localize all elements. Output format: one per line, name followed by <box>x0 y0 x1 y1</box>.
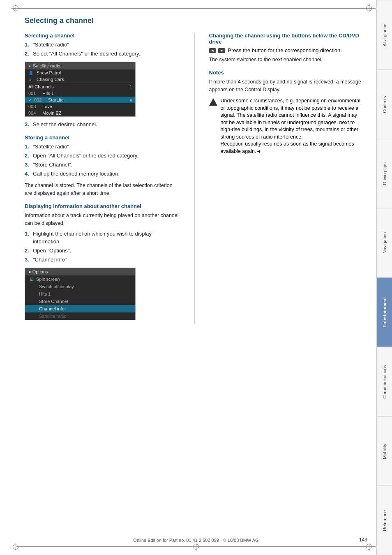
sidebar-tab-reference[interactable]: Reference <box>377 486 392 555</box>
starlite-indicator: ■ <box>129 98 132 102</box>
storing-step-3-text: "Store Channel". <box>33 161 72 169</box>
storing-section: Storing a channel 1. "Satellite radio" 2… <box>25 134 180 197</box>
note-icon: ♫ <box>28 77 34 82</box>
displaying-title: Displaying information about another cha… <box>25 203 180 209</box>
hits1-label: Hits 1 <box>39 291 51 296</box>
store-channel-label: Store Channel <box>39 299 68 304</box>
selecting-section: Selecting a channel 1. "Satellite radio"… <box>25 32 180 129</box>
step-1-num: 1. <box>25 41 30 49</box>
screen1-all-channels: All Channels 1 <box>25 83 135 90</box>
split-screen-label: Split screen <box>36 277 60 282</box>
displaying-steps: 1. Highlight the channel on which you wi… <box>25 230 180 264</box>
sidebar: At a glance Controls Driving tips Naviga… <box>376 0 392 555</box>
footer: Online Edition for Part no. 01 41 2 602 … <box>0 538 392 543</box>
arrow-description: Press the button for the corresponding d… <box>228 47 342 53</box>
sidebar-tab-communications[interactable]: Communications <box>377 347 392 416</box>
row-003-name: Love <box>42 104 132 109</box>
screen2-store-channel: Store Channel <box>25 298 135 305</box>
checkbox-icon: ☑ <box>30 277 34 282</box>
displaying-step-2: 2. Open "Options". <box>25 247 180 254</box>
page-title: Selecting a channel <box>25 16 364 25</box>
sidebar-tab-entertainment[interactable]: Entertainment <box>377 278 392 347</box>
sidebar-tab-navigation[interactable]: Navigation <box>377 208 392 278</box>
screen2-title: ● Options <box>28 269 48 274</box>
row-002-num: 002 <box>34 97 46 102</box>
step-1: 1. "Satellite radio" <box>25 41 180 49</box>
step-2-text: Select "All Channels" or the desired cat… <box>33 50 140 58</box>
step-3-text: Select the desired channel. <box>33 121 97 128</box>
channel-info-label: Channel info <box>39 306 65 311</box>
sidebar-label-entertainment: Entertainment <box>382 297 387 328</box>
column-divider <box>194 32 195 324</box>
displaying-step-3: 3. "Channel info" <box>25 256 180 264</box>
screen1-row-001: 001 Hits 1 <box>25 90 135 97</box>
step-3: 3. Select the desired channel. <box>25 121 180 128</box>
selecting-title: Selecting a channel <box>25 32 180 39</box>
row-001-name: Hits 1 <box>42 91 132 96</box>
storing-step-3: 3. "Store Channel". <box>25 161 180 169</box>
step-3-num: 3. <box>25 121 30 128</box>
displaying-section: Displaying information about another cha… <box>25 203 180 320</box>
screen2-hits1: Hits 1 <box>25 290 135 298</box>
chasing-cars-label: Chasing Cars <box>37 77 132 82</box>
displaying-intro: Information about a track currently bein… <box>25 212 180 227</box>
row-001-num: 001 <box>28 91 40 96</box>
sidebar-label-driving-tips: Driving tips <box>382 162 387 185</box>
screen1-row-004: 004 Movin EZ <box>25 110 135 116</box>
changing-section: Changing the channel using the buttons b… <box>209 32 364 64</box>
row-003-num: 003 <box>28 104 40 109</box>
storing-step-3-num: 3. <box>25 161 30 169</box>
right-column: Changing the channel using the buttons b… <box>209 32 364 324</box>
storing-step-2: 2. Open "All Channels" or the desired ca… <box>25 152 180 160</box>
sidebar-label-controls: Controls <box>382 96 387 113</box>
storing-step-1-text: "Satellite radio" <box>33 143 69 150</box>
screen2: ● Options ☑ Split screen Switch off disp… <box>25 268 136 320</box>
storing-steps: 1. "Satellite radio" 2. Open "All Channe… <box>25 143 180 178</box>
satellite-icon: ● <box>28 64 31 68</box>
displaying-step-1: 1. Highlight the channel on which you wi… <box>25 230 180 245</box>
notes-section: Notes If more than 4 seconds go by and n… <box>209 69 364 155</box>
sidebar-label-mobility: Mobility <box>382 444 387 459</box>
all-channels-label: All Channels <box>28 84 127 89</box>
storing-step-2-text: Open "All Channels" or the desired categ… <box>33 152 138 160</box>
main-content: Selecting a channel Selecting a channel … <box>0 0 376 555</box>
sidebar-label-reference: Reference <box>382 510 387 531</box>
right-arrow-icon: ► <box>218 48 225 53</box>
screen1-row-chasing-cars: ♫ Chasing Cars <box>25 76 135 83</box>
storing-step-4-num: 4. <box>25 170 30 178</box>
storing-step-4: 4. Call up the desired memory location. <box>25 170 180 178</box>
step-2-num: 2. <box>25 50 30 58</box>
screen1-header: ● Satellite radio <box>25 62 135 69</box>
sidebar-tab-driving-tips[interactable]: Driving tips <box>377 139 392 208</box>
screen2-satellite-radio: Satellite radio <box>25 312 135 320</box>
storing-step-1-num: 1. <box>25 143 30 150</box>
sidebar-label-at-a-glance: At a glance <box>382 23 387 46</box>
displaying-step-3-text: "Channel info" <box>33 256 67 264</box>
screen1-title: Satellite radio <box>33 63 60 68</box>
storing-title: Storing a channel <box>25 134 180 141</box>
sidebar-tab-controls[interactable]: Controls <box>377 69 392 139</box>
arrow-icons-row: ◄ ► Press the button for the correspondi… <box>209 47 364 53</box>
selecting-step3: 3. Select the desired channel. <box>25 121 180 128</box>
storing-step-2-num: 2. <box>25 152 30 160</box>
sidebar-label-communications: Communications <box>382 365 387 399</box>
triangle-icon <box>209 98 217 106</box>
page: Selecting a channel Selecting a channel … <box>0 0 392 555</box>
left-column: Selecting a channel 1. "Satellite radio"… <box>25 32 180 324</box>
row-004-num: 004 <box>28 111 40 116</box>
selecting-steps: 1. "Satellite radio" 2. Select "All Chan… <box>25 41 180 58</box>
screen2-switch-off: Switch off display <box>25 283 135 290</box>
notes-text1: If more than 4 seconds go by and no sign… <box>209 78 364 94</box>
step-1-text: "Satellite radio" <box>33 41 69 49</box>
note-box-icon <box>209 98 217 155</box>
notes-title: Notes <box>209 69 364 76</box>
sidebar-tab-at-a-glance[interactable]: At a glance <box>377 0 392 69</box>
step-2: 2. Select "All Channels" or the desired … <box>25 50 180 58</box>
storing-step-4-text: Call up the desired memory location. <box>33 170 120 178</box>
screen2-header: ● Options <box>25 268 135 275</box>
sidebar-tab-mobility[interactable]: Mobility <box>377 416 392 486</box>
note-box: Under some circumstances, e.g. depending… <box>209 97 364 155</box>
displaying-step-2-num: 2. <box>25 247 30 254</box>
screen1-row-snow-patrol: 👤 Snow Patrol <box>25 69 135 76</box>
switch-off-label: Switch off display <box>39 284 74 289</box>
